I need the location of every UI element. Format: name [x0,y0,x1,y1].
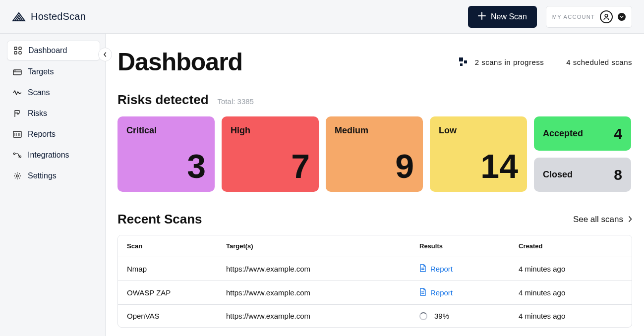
sidebar-item-dashboard[interactable]: Dashboard [7,41,100,60]
table-row[interactable]: OWASP ZAP https://www.example.com Report… [118,280,632,304]
risk-card-critical[interactable]: Critical 3 [117,116,215,192]
report-label: Report [430,265,453,273]
new-scan-button[interactable]: New Scan [468,6,537,28]
sidebar-item-settings[interactable]: Settings [7,167,100,185]
plus-icon [478,12,486,22]
cell-scan: Nmap [127,265,226,273]
risk-value: 8 [614,167,622,183]
brand-name: HostedScan [31,11,86,22]
svg-rect-8 [13,131,21,137]
col-scan: Scan [127,242,226,250]
risk-label: Closed [543,169,573,180]
risk-label: Accepted [543,128,583,139]
col-created: Created [519,242,623,250]
risk-card-low[interactable]: Low 14 [430,116,527,192]
svg-point-7 [15,70,16,71]
status-divider [555,55,555,69]
risk-card-accepted[interactable]: Accepted 4 [534,116,631,151]
risk-value: 14 [480,149,518,183]
risk-card-high[interactable]: High 7 [222,116,319,192]
scheduled-scans[interactable]: 4 scheduled scans [566,58,632,66]
see-all-scans-link[interactable]: See all scans [573,215,632,224]
cell-target: https://www.example.com [226,288,419,297]
col-results: Results [419,242,519,250]
scans-in-progress-text: 2 scans in progress [475,58,544,66]
risks-icon [13,109,22,118]
report-link[interactable]: Report [419,264,519,274]
settings-icon [13,171,22,180]
cell-scan: OWASP ZAP [127,288,226,297]
progress-blocks-icon [459,57,469,66]
brand-logo[interactable]: HostedScan [12,11,86,23]
main-content: Dashboard 2 scans in progress 4 schedule… [106,34,644,336]
reports-icon [13,130,22,139]
risk-value: 7 [291,149,310,183]
cell-scan: OpenVAS [127,312,226,320]
risks-section-title: Risks detected [117,92,209,108]
sidebar-item-label: Settings [28,171,57,180]
scans-in-progress[interactable]: 2 scans in progress [459,57,544,66]
risks-total: Total: 3385 [218,97,254,106]
risk-value: 9 [395,149,414,183]
integrations-icon [13,151,22,160]
risk-value: 3 [187,149,206,183]
cell-target: https://www.example.com [226,312,419,320]
table-row[interactable]: Nmap https://www.example.com Report 4 mi… [118,257,632,280]
document-icon [419,264,426,274]
svg-point-6 [14,70,15,71]
risk-label: Critical [126,125,206,136]
risk-label: Medium [335,125,414,136]
sidebar-item-risks[interactable]: Risks [7,104,100,123]
report-link[interactable]: Report [419,288,519,297]
svg-point-9 [13,153,15,154]
scheduled-scans-text: 4 scheduled scans [566,58,632,66]
see-all-label: See all scans [573,215,623,224]
dashboard-icon [13,46,22,55]
risk-label: High [231,125,310,136]
cell-created: 4 minutes ago [519,265,623,273]
scan-progress: 39% [419,312,519,320]
risk-card-closed[interactable]: Closed 8 [534,158,631,192]
col-targets: Target(s) [226,242,419,250]
sidebar-item-targets[interactable]: Targets [7,62,100,81]
targets-icon [13,67,22,76]
new-scan-label: New Scan [491,12,527,21]
chevron-down-icon [618,13,626,21]
spinner-icon [419,312,427,320]
risk-label: Low [439,125,518,136]
chevron-right-icon [628,215,632,224]
account-label: MY ACCOUNT [552,14,595,20]
account-menu[interactable]: MY ACCOUNT [546,6,632,28]
sidebar-item-scans[interactable]: Scans [7,83,100,102]
cell-created: 4 minutes ago [519,288,623,297]
app-header: HostedScan New Scan MY ACCOUNT [0,0,644,34]
risk-value: 4 [614,125,622,142]
sidebar-collapse-button[interactable] [98,48,112,61]
logo-icon [12,11,26,23]
svg-point-0 [605,14,608,17]
svg-rect-14 [460,63,463,66]
table-row[interactable]: OpenVAS https://www.example.com 39% 4 mi… [118,304,632,327]
sidebar: Dashboard Targets Scans Risks [0,34,106,336]
sidebar-item-integrations[interactable]: Integrations [7,146,100,165]
cell-target: https://www.example.com [226,265,419,273]
recent-scans-title: Recent Scans [117,212,202,227]
sidebar-item-label: Reports [28,130,56,139]
report-label: Report [430,288,453,297]
sidebar-item-label: Targets [28,67,54,76]
page-title: Dashboard [117,48,242,76]
svg-rect-12 [459,57,463,61]
cell-created: 4 minutes ago [519,312,623,320]
sidebar-item-label: Dashboard [28,46,67,55]
svg-rect-4 [19,52,21,54]
sidebar-item-reports[interactable]: Reports [7,125,100,144]
svg-point-11 [16,175,18,177]
sidebar-item-label: Risks [28,109,47,118]
risk-cards: Critical 3 High 7 Medium 9 Low 14 Accept… [117,116,632,192]
recent-scans-table: Scan Target(s) Results Created Nmap http… [117,235,632,328]
svg-rect-2 [19,47,21,50]
risk-card-medium[interactable]: Medium 9 [326,116,423,192]
svg-rect-3 [14,52,17,54]
scans-icon [13,88,22,97]
sidebar-item-label: Scans [28,88,50,97]
